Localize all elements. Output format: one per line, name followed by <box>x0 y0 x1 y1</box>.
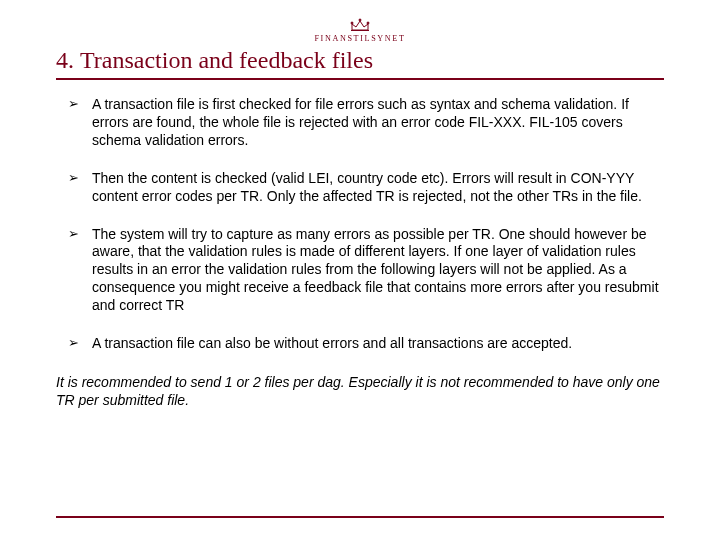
svg-point-2 <box>367 22 369 24</box>
bullet-list: A transaction file is first checked for … <box>56 96 664 353</box>
brand-logo: FINANSTILSYNET <box>56 18 664 43</box>
bullet-text: A transaction file can also be without e… <box>92 335 572 351</box>
section-title: Transaction and feedback files <box>80 47 373 73</box>
bullet-text: The system will try to capture as many e… <box>92 226 659 314</box>
list-item: A transaction file is first checked for … <box>56 96 664 150</box>
list-item: The system will try to capture as many e… <box>56 226 664 316</box>
org-name: FINANSTILSYNET <box>56 34 664 43</box>
page-title: 4.Transaction and feedback files <box>56 47 664 74</box>
svg-point-1 <box>359 19 361 21</box>
bullet-text: A transaction file is first checked for … <box>92 96 629 148</box>
recommendation-note: It is recommended to send 1 or 2 files p… <box>56 373 664 409</box>
svg-point-0 <box>351 22 353 24</box>
list-item: Then the content is checked (valid LEI, … <box>56 170 664 206</box>
section-number: 4. <box>56 47 74 73</box>
bullet-text: Then the content is checked (valid LEI, … <box>92 170 642 204</box>
title-divider <box>56 78 664 80</box>
footer-divider <box>56 516 664 518</box>
list-item: A transaction file can also be without e… <box>56 335 664 353</box>
crown-icon <box>349 18 371 32</box>
